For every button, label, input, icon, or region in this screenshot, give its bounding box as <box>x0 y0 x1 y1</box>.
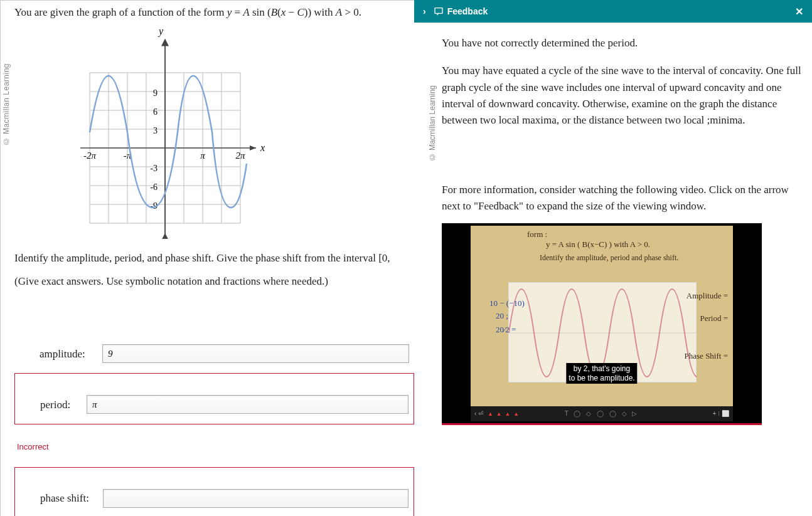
amplitude-input[interactable] <box>102 344 409 363</box>
eq-gt: > 0. <box>342 6 361 18</box>
function-graph: y <box>52 26 265 239</box>
video-calc1: 10 − (−10) <box>489 298 525 308</box>
svg-text:-3: -3 <box>150 164 158 173</box>
phase-row: phase shift: <box>15 489 414 512</box>
instruction-line2: (Give exact answers. Use symbolic notati… <box>14 270 414 293</box>
svg-text:6: 6 <box>153 107 158 117</box>
eq-minus: − <box>286 6 297 18</box>
feedback-title: Feedback <box>447 6 488 16</box>
amplitude-label: amplitude: <box>40 346 102 362</box>
y-axis-label: y <box>158 26 164 37</box>
feedback-panel: › Feedback ✕ © Macmillan Learning You ha… <box>414 0 812 516</box>
caption-line2: to be the amplitude. <box>569 374 634 382</box>
eq-C: C <box>297 6 304 18</box>
caption-line1: by 2, that's going <box>569 364 634 373</box>
feedback-p2: You may have equated a cycle of the sine… <box>442 63 804 129</box>
video-eq: y = A sin ( B(x−C) ) with A > 0. <box>546 240 650 250</box>
video-controls[interactable]: ‹ ⏎ ▲ ▲ ▲ ▲ T ◯ ◇ ◯ ◯ ◇ ▷ + ⁝ ⬜ <box>471 406 733 421</box>
period-box: period: <box>14 373 414 424</box>
expand-chevron-icon[interactable]: › <box>423 6 426 16</box>
copyright-left: © Macmillan Learning <box>2 63 11 145</box>
video-calc2: 20 ; <box>496 311 508 321</box>
marker-icon: ▲ <box>513 411 519 417</box>
copyright-right: © Macmillan Learning <box>428 85 437 161</box>
svg-text:-6: -6 <box>150 182 158 192</box>
video-ps: Phase Shift = <box>685 351 728 361</box>
svg-text:-2π: -2π <box>83 150 96 161</box>
prompt-text: You are given the graph of a function of… <box>14 6 227 18</box>
feedback-icon <box>434 6 444 16</box>
controls-left[interactable]: ‹ ⏎ <box>474 410 483 417</box>
marker-icon: ▲ <box>488 411 493 417</box>
video-info: For more information, consider watching … <box>442 182 804 215</box>
video-amp: Amplitude = <box>686 291 728 301</box>
eq-A: A <box>243 6 249 18</box>
video-form: form : <box>527 229 547 240</box>
period-label: period: <box>40 397 87 413</box>
eq-sin: sin ( <box>250 6 271 18</box>
close-icon[interactable]: ✕ <box>795 6 803 18</box>
period-row: period: <box>15 395 414 418</box>
eq-close: )) with <box>304 6 336 18</box>
svg-text:π: π <box>200 150 205 161</box>
marker-icon: ▲ <box>496 411 502 417</box>
video-caption: by 2, that's going to be the amplitude. <box>566 363 637 384</box>
video-calc3: 20⁄2 = <box>496 325 516 335</box>
phase-label: phase shift: <box>40 490 103 507</box>
svg-text:x: x <box>260 142 265 153</box>
svg-rect-32 <box>435 8 442 14</box>
controls-center[interactable]: T ◯ ◇ ◯ ◯ ◇ ▷ <box>565 410 639 417</box>
eq-B: B <box>271 6 277 18</box>
question-prompt: You are given the graph of a function of… <box>14 4 414 21</box>
video-per: Period = <box>700 313 728 324</box>
question-panel: © Macmillan Learning You are given the g… <box>0 0 414 516</box>
feedback-text: You have not correctly determined the pe… <box>442 35 804 129</box>
svg-text:9: 9 <box>153 88 158 98</box>
phase-input[interactable] <box>103 489 409 508</box>
eq-eq: = <box>232 6 243 18</box>
phase-box: phase shift: <box>14 467 414 516</box>
feedback-p1: You have not correctly determined the pe… <box>442 35 804 51</box>
instructions: Identify the amplitude, period, and phas… <box>14 246 414 293</box>
period-input[interactable] <box>87 395 409 414</box>
feedback-video[interactable]: form : y = A sin ( B(x−C) ) with A > 0. … <box>442 223 762 425</box>
controls-right[interactable]: + ⁝ ⬜ <box>713 410 729 417</box>
video-content: form : y = A sin ( B(x−C) ) with A > 0. … <box>471 226 733 421</box>
svg-text:2π: 2π <box>235 150 245 161</box>
video-identify: Identify the amplitude, period and phase… <box>540 253 678 263</box>
incorrect-label: Incorrect <box>14 438 414 453</box>
amplitude-row: amplitude: <box>14 337 414 371</box>
instruction-line1: Identify the amplitude, period, and phas… <box>14 246 414 270</box>
eq-A2: A <box>336 6 342 18</box>
marker-icon: ▲ <box>505 411 511 417</box>
feedback-header: › Feedback ✕ <box>414 0 812 23</box>
svg-text:3: 3 <box>153 126 158 135</box>
